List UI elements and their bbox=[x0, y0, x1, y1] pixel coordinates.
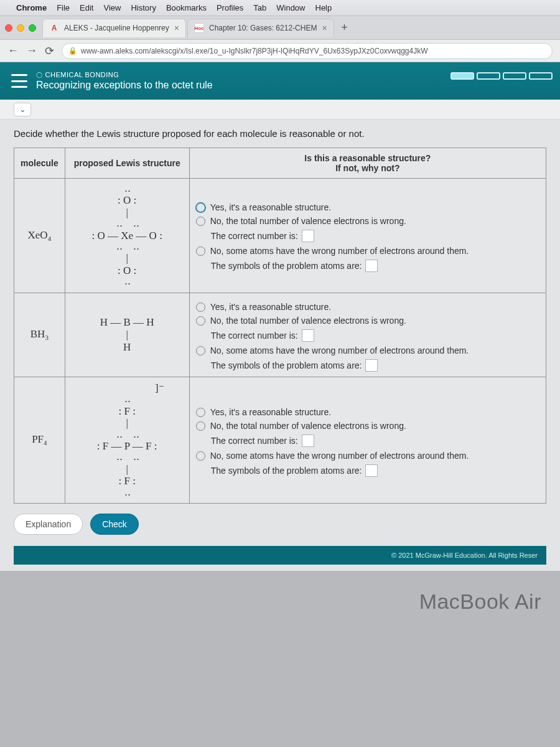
menu-profiles[interactable]: Profiles bbox=[217, 3, 243, 12]
lesson-header: ◯ CHEMICAL BONDING Recognizing exception… bbox=[0, 62, 560, 100]
question-table: molecule proposed Lewis structure Is thi… bbox=[14, 148, 546, 504]
maximize-window-icon[interactable] bbox=[29, 24, 36, 32]
molecule-cell: BH3 bbox=[14, 293, 65, 377]
reload-icon[interactable]: ⟳ bbox=[45, 44, 54, 58]
valence-input[interactable] bbox=[302, 329, 314, 342]
lesson-category: ◯ CHEMICAL BONDING bbox=[36, 71, 213, 78]
radio-no-valence[interactable] bbox=[196, 421, 205, 431]
lewis-cell: ]⁻ ‥ : F : | ‥ ‥ : F — P — F : ‥ ‥ | : F… bbox=[65, 377, 189, 503]
answer-cell: Yes, it's a reasonable structure. No, th… bbox=[189, 377, 546, 503]
browser-toolbar: ← → ⟳ 🔒 www-awn.aleks.com/alekscgi/x/Isl… bbox=[0, 40, 560, 62]
valence-input[interactable] bbox=[302, 230, 314, 242]
address-bar[interactable]: 🔒 www-awn.aleks.com/alekscgi/x/Isl.exe/1… bbox=[62, 43, 553, 59]
atoms-input[interactable] bbox=[365, 464, 378, 477]
radio-yes[interactable] bbox=[196, 203, 205, 212]
radio-no-valence[interactable] bbox=[196, 217, 205, 226]
question-body: Decide whether the Lewis structure propo… bbox=[0, 120, 560, 571]
menu-help[interactable]: Help bbox=[315, 3, 332, 12]
progress-indicator bbox=[450, 72, 553, 80]
window-controls bbox=[5, 24, 36, 32]
forward-icon[interactable]: → bbox=[26, 44, 37, 57]
menu-bookmarks[interactable]: Bookmarks bbox=[166, 3, 207, 12]
macbook-label: MacBook Air bbox=[0, 571, 560, 614]
col-answer: Is this a reasonable structure? If not, … bbox=[189, 148, 546, 179]
browser-tab[interactable]: Hoc Chapter 10: Gases: 6212-CHEM × bbox=[187, 19, 334, 37]
question-prompt: Decide whether the Lewis structure propo… bbox=[14, 128, 546, 139]
radio-yes[interactable] bbox=[196, 303, 205, 312]
table-row: XeO4 ‥ : O : | ‥ ‥ : O — Xe — O : ‥ ‥ | … bbox=[14, 179, 546, 293]
valence-input[interactable] bbox=[302, 435, 314, 447]
hamburger-icon[interactable] bbox=[11, 74, 27, 88]
radio-no-atoms[interactable] bbox=[196, 247, 205, 256]
menu-tab[interactable]: Tab bbox=[253, 3, 266, 12]
menu-edit[interactable]: Edit bbox=[80, 3, 93, 12]
lewis-cell: ‥ : O : | ‥ ‥ : O — Xe — O : ‥ ‥ | : O :… bbox=[65, 179, 189, 293]
radio-yes[interactable] bbox=[196, 408, 205, 417]
page-footer: © 2021 McGraw-Hill Education. All Rights… bbox=[14, 546, 546, 565]
lewis-cell: H — B — H | H bbox=[65, 293, 189, 377]
lesson-title: Recognizing exceptions to the octet rule bbox=[36, 80, 213, 91]
favicon-aleks: A bbox=[49, 23, 59, 33]
col-lewis: proposed Lewis structure bbox=[65, 148, 189, 179]
radio-no-atoms[interactable] bbox=[196, 346, 205, 355]
menu-history[interactable]: History bbox=[131, 3, 156, 12]
table-row: BH3 H — B — H | H Yes, it's a reasonable… bbox=[14, 293, 546, 377]
close-window-icon[interactable] bbox=[5, 24, 12, 32]
radio-no-atoms[interactable] bbox=[196, 451, 205, 461]
app-name[interactable]: Chrome bbox=[16, 3, 47, 12]
tab-title: ALEKS - Jacqueline Hoppenrey bbox=[64, 24, 169, 32]
new-tab-button[interactable]: + bbox=[335, 19, 354, 37]
toggle-bar: ⌄ bbox=[0, 100, 560, 120]
browser-tab-active[interactable]: A ALEKS - Jacqueline Hoppenrey × bbox=[42, 19, 186, 37]
favicon-hoc: Hoc bbox=[194, 23, 204, 33]
menu-window[interactable]: Window bbox=[276, 3, 305, 12]
molecule-cell: PF4 bbox=[14, 377, 65, 503]
minimize-window-icon[interactable] bbox=[17, 24, 24, 32]
check-button[interactable]: Check bbox=[90, 514, 139, 535]
close-tab-icon[interactable]: × bbox=[322, 23, 327, 33]
back-icon[interactable]: ← bbox=[7, 44, 19, 57]
browser-tabstrip: A ALEKS - Jacqueline Hoppenrey × Hoc Cha… bbox=[0, 16, 560, 40]
atoms-input[interactable] bbox=[365, 359, 378, 372]
chevron-down-icon: ⌄ bbox=[19, 105, 26, 114]
answer-cell: Yes, it's a reasonable structure. No, th… bbox=[189, 293, 546, 377]
collapse-toggle[interactable]: ⌄ bbox=[14, 103, 31, 116]
menu-file[interactable]: File bbox=[57, 3, 70, 12]
close-tab-icon[interactable]: × bbox=[174, 23, 179, 33]
lock-icon: 🔒 bbox=[68, 47, 77, 55]
url-text: www-awn.aleks.com/alekscgi/x/Isl.exe/1o_… bbox=[81, 47, 428, 55]
macos-menubar: Chrome File Edit View History Bookmarks … bbox=[0, 0, 560, 16]
atoms-input[interactable] bbox=[365, 260, 378, 272]
table-row: PF4 ]⁻ ‥ : F : | ‥ ‥ : F — P — F : ‥ ‥ |… bbox=[14, 377, 546, 503]
explanation-button[interactable]: Explanation bbox=[14, 514, 83, 535]
action-row: Explanation Check bbox=[14, 514, 546, 535]
answer-cell: Yes, it's a reasonable structure. No, th… bbox=[189, 179, 546, 293]
menu-view[interactable]: View bbox=[103, 3, 121, 12]
radio-no-valence[interactable] bbox=[196, 316, 205, 326]
tab-title: Chapter 10: Gases: 6212-CHEM bbox=[209, 24, 317, 32]
copyright-text: © 2021 McGraw-Hill Education. All Rights… bbox=[391, 552, 538, 559]
col-molecule: molecule bbox=[14, 148, 65, 179]
molecule-cell: XeO4 bbox=[14, 179, 65, 293]
